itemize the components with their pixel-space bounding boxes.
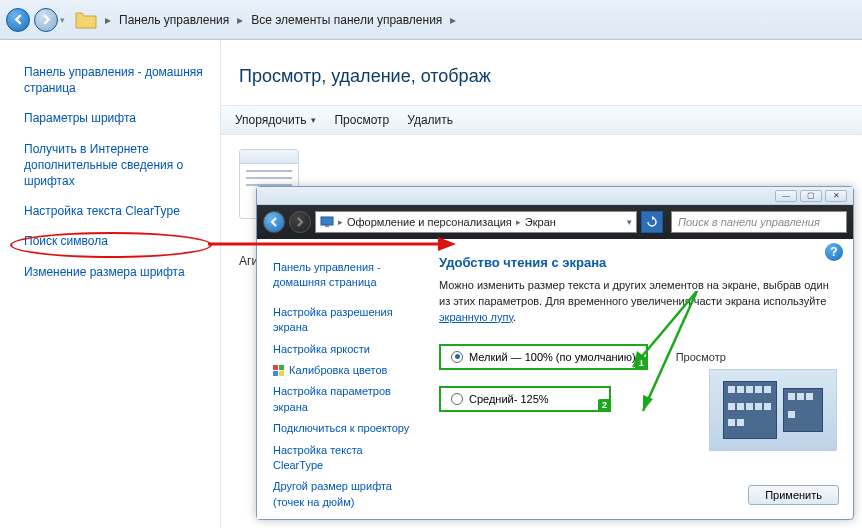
svg-rect-6 (279, 365, 284, 370)
desc-text: Можно изменить размер текста и других эл… (439, 279, 829, 307)
breadcrumb-control-panel[interactable]: Панель управления (115, 11, 233, 29)
top-toolbar: ▾ ▸ Панель управления ▸ Все элементы пан… (0, 0, 862, 40)
sidebar-home[interactable]: Панель управления - домашняя страница (24, 64, 206, 96)
desc-post: . (513, 311, 516, 323)
radio-medium-125[interactable]: Средний- 125% 2 (439, 386, 611, 412)
content-heading: Удобство чтения с экрана (439, 255, 839, 270)
sidebar-item-font-size[interactable]: Изменение размера шрифта (24, 264, 206, 280)
content-description: Можно изменить размер текста и других эл… (439, 278, 839, 326)
svg-rect-7 (273, 371, 278, 376)
preview-window-icon (723, 381, 777, 439)
left-sidebar: Панель управления - домашняя страница Па… (0, 40, 220, 528)
reload-button[interactable] (641, 211, 663, 233)
preview-pane (709, 369, 837, 451)
preview-window-icon (783, 388, 823, 432)
win2-sidebar-brightness[interactable]: Настройка яркости (273, 339, 415, 360)
address-bar[interactable]: ▸ Оформление и персонализация ▸ Экран ▾ (315, 211, 637, 233)
apply-button[interactable]: Применить (748, 485, 839, 505)
toolbar-organize[interactable]: Упорядочить (235, 113, 316, 127)
radio-icon (451, 351, 463, 363)
addr-category[interactable]: Оформление и персонализация (347, 216, 512, 228)
win2-sidebar: Панель управления - домашняя страница На… (257, 239, 425, 519)
radio-medium-label: Средний- 125% (469, 393, 549, 405)
win2-sidebar-resolution[interactable]: Настройка разрешения экрана (273, 302, 415, 339)
breadcrumb-all-items[interactable]: Все элементы панели управления (247, 11, 446, 29)
step-marker-1: 1 (635, 357, 648, 370)
breadcrumb: ▸ Панель управления ▸ Все элементы панел… (105, 11, 456, 29)
chevron-right-icon: ▸ (450, 13, 456, 27)
sidebar-item-charmap[interactable]: Поиск символа (24, 233, 206, 249)
svg-rect-2 (321, 217, 333, 225)
win2-sidebar-calibrate-label: Калибровка цветов (289, 363, 387, 378)
toolbar-view[interactable]: Просмотр (334, 113, 389, 127)
win2-main: Удобство чтения с экрана Можно изменить … (425, 239, 853, 519)
chevron-right-icon: ▸ (105, 13, 111, 27)
win2-sidebar-params[interactable]: Настройка параметров экрана (273, 381, 415, 418)
chevron-down-icon[interactable]: ▾ (627, 217, 632, 227)
maximize-button[interactable]: ▢ (800, 190, 822, 202)
main-heading: Просмотр, удаление, отображ (239, 66, 862, 87)
preview-label: Просмотр (676, 351, 726, 363)
nav-forward-button[interactable] (34, 8, 58, 32)
toolbar-delete[interactable]: Удалить (407, 113, 453, 127)
close-button[interactable]: ✕ (825, 190, 847, 202)
svg-rect-8 (279, 371, 284, 376)
window-toolbar: ▸ Оформление и персонализация ▸ Экран ▾ … (257, 205, 853, 239)
win2-sidebar-home[interactable]: Панель управления - домашняя страница (273, 257, 415, 294)
display-settings-window: — ▢ ✕ ▸ Оформление и персонализация ▸ Эк… (256, 186, 854, 520)
nav-history-chevron-icon[interactable]: ▾ (60, 15, 65, 25)
magnifier-link[interactable]: экранную лупу (439, 311, 513, 323)
search-placeholder: Поиск в панели управления (678, 216, 820, 228)
win2-nav-forward[interactable] (289, 211, 311, 233)
svg-rect-3 (325, 225, 329, 227)
win2-sidebar-cleartype[interactable]: Настройка текста ClearType (273, 440, 415, 477)
folder-icon (75, 10, 97, 30)
radio-small-100[interactable]: Мелкий — 100% (по умолчанию) 1 (439, 344, 648, 370)
nav-back-button[interactable] (6, 8, 30, 32)
addr-page[interactable]: Экран (525, 216, 556, 228)
color-swatch-icon (273, 365, 284, 376)
window-titlebar: — ▢ ✕ (257, 187, 853, 205)
step-marker-2: 2 (598, 399, 611, 412)
win2-sidebar-calibrate[interactable]: Калибровка цветов (273, 360, 415, 381)
chevron-right-icon: ▸ (237, 13, 243, 27)
win2-nav-back[interactable] (263, 211, 285, 233)
win2-sidebar-projector[interactable]: Подключиться к проектору (273, 418, 415, 439)
sidebar-item-cleartype[interactable]: Настройка текста ClearType (24, 203, 206, 219)
radio-icon (451, 393, 463, 405)
win2-sidebar-dpi[interactable]: Другой размер шрифта (точек на дюйм) (273, 476, 415, 513)
sidebar-item-online-fonts[interactable]: Получить в Интернете дополнительные свед… (24, 141, 206, 190)
svg-rect-5 (273, 365, 278, 370)
minimize-button[interactable]: — (775, 190, 797, 202)
radio-small-label: Мелкий — 100% (по умолчанию) (469, 351, 636, 363)
sidebar-item-font-params[interactable]: Параметры шрифта (24, 110, 206, 126)
monitor-icon (320, 215, 334, 229)
search-input[interactable]: Поиск в панели управления (671, 211, 847, 233)
main-toolbar: Упорядочить Просмотр Удалить (221, 105, 862, 135)
